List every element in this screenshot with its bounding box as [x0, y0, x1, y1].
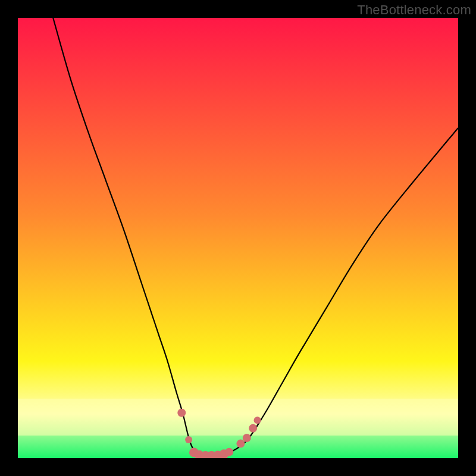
pale-band	[18, 399, 458, 436]
data-dot	[236, 440, 245, 448]
data-dot	[225, 448, 233, 456]
plot-area	[18, 18, 458, 458]
chart-svg	[18, 18, 458, 458]
data-dot	[185, 436, 192, 443]
data-dot	[249, 424, 257, 433]
outer-frame: TheBottleneck.com	[0, 0, 476, 476]
gradient-background	[18, 18, 458, 458]
data-dot	[243, 434, 251, 442]
data-dot	[254, 416, 261, 424]
watermark-text: TheBottleneck.com	[357, 2, 471, 18]
data-dot	[177, 409, 186, 417]
